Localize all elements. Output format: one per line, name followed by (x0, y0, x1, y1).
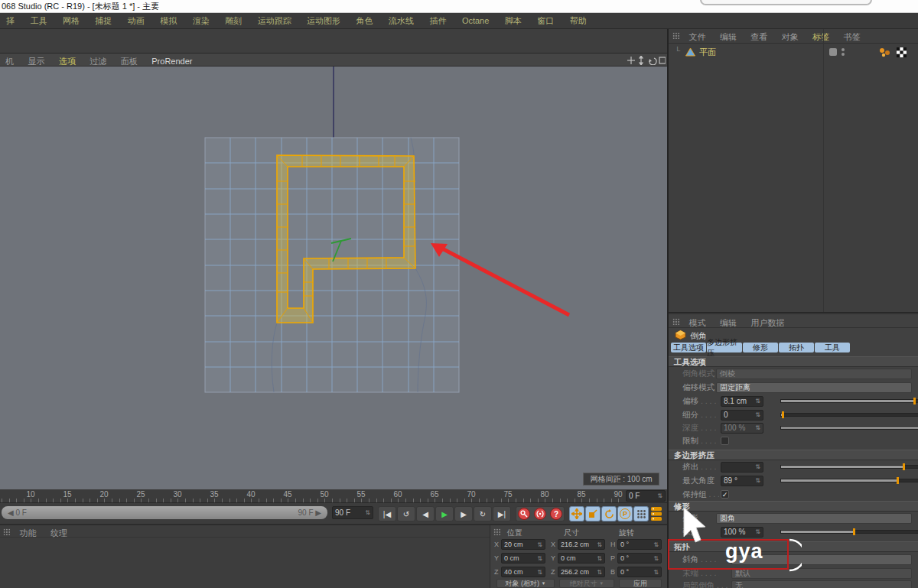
record-keyframe-button[interactable] (518, 508, 530, 520)
om-menu-file[interactable]: 文件 (683, 31, 711, 43)
vp-menu-options[interactable]: 选项 (54, 55, 81, 67)
size-z-field[interactable]: 256.2 cm⇅ (558, 567, 605, 577)
tab-tool[interactable]: 工具 (815, 343, 850, 352)
play-button[interactable]: ▶ (435, 506, 454, 521)
offset-slider[interactable] (780, 399, 918, 403)
goto-start-button[interactable]: |◀ (378, 506, 396, 521)
phong-tag-icon[interactable] (878, 47, 892, 57)
orbit-icon[interactable] (649, 58, 656, 65)
om-menu-bookmarks[interactable]: 书签 (838, 31, 866, 43)
size-mode-dropdown[interactable]: 绝对尺寸 ▼ (559, 579, 614, 588)
max-angle-field[interactable]: 89 °⇅ (721, 476, 763, 486)
om-menu-objects[interactable]: 对象 (776, 31, 804, 43)
size-y-field[interactable]: 0 cm⇅ (558, 553, 605, 564)
am-menu-edit[interactable]: 编辑 (715, 317, 742, 329)
coord-mode-dropdown[interactable]: 对象 (相对) ▼ (496, 579, 555, 588)
record-position-toggle[interactable] (569, 506, 584, 521)
position-x-field[interactable]: 20 cm⇅ (501, 539, 545, 550)
tab-shaping[interactable]: 修形 (743, 343, 778, 352)
menu-snap[interactable]: 捕捉 (89, 13, 118, 28)
menu-render[interactable]: 渲染 (187, 13, 216, 28)
om-menu-edit[interactable]: 编辑 (715, 31, 742, 43)
tab-topology[interactable]: 拓扑 (779, 343, 814, 352)
vp-menu-panel[interactable]: 面板 (116, 55, 143, 67)
record-rotation-toggle[interactable] (601, 506, 617, 521)
grip-icon[interactable] (672, 32, 680, 40)
grip-icon[interactable] (493, 528, 501, 536)
tab-poly-extrude[interactable]: 多边形挤压 (707, 343, 742, 352)
shape-dropdown[interactable]: 圆角 (716, 513, 912, 524)
zoom-icon[interactable] (640, 56, 643, 65)
menu-animate[interactable]: 动画 (122, 13, 151, 28)
object-name[interactable]: 平面 (699, 47, 716, 58)
tree-branch[interactable]: └ (675, 47, 680, 55)
record-point-level-toggle[interactable] (633, 506, 649, 521)
display-tag-icon[interactable] (897, 47, 907, 57)
position-y-field[interactable]: 0 cm⇅ (501, 553, 545, 564)
extrude-slider[interactable] (780, 465, 918, 469)
next-key-button[interactable]: ▶ (454, 506, 473, 521)
timeline-ruler[interactable]: 10 15 20 25 30 35 40 45 50 55 60 65 70 7… (0, 489, 667, 503)
am-menu-mode[interactable]: 模式 (683, 317, 711, 329)
rotation-b-field[interactable]: 0 °⇅ (617, 567, 662, 577)
grip-icon[interactable] (672, 318, 680, 326)
tab-tool-options[interactable]: 工具选项 (671, 343, 706, 352)
menu-simulate[interactable]: 模拟 (154, 13, 183, 28)
menu-script[interactable]: 脚本 (499, 13, 528, 28)
size-x-field[interactable]: 216.2 cm⇅ (558, 539, 605, 550)
record-parameter-toggle[interactable]: P (617, 506, 633, 521)
tension-slider[interactable] (780, 530, 918, 534)
extrude-field[interactable]: ⇅ (721, 462, 763, 473)
manager-divider[interactable] (669, 312, 918, 313)
menu-character[interactable]: 角色 (350, 13, 379, 28)
menu-sculpt[interactable]: 雕刻 (219, 13, 248, 28)
menu-motion-tracker[interactable]: 运动跟踪 (252, 13, 298, 28)
spinner-icon[interactable]: ⇅ (657, 492, 662, 499)
spinner-icon[interactable]: ⇅ (365, 509, 370, 516)
menu-select[interactable]: 择 (0, 13, 21, 28)
rotation-p-field[interactable]: 0 °⇅ (617, 553, 662, 564)
goto-end-button[interactable]: ▶| (493, 506, 511, 521)
menu-mesh[interactable]: 网格 (57, 13, 86, 28)
viewport-canvas[interactable] (0, 67, 667, 489)
menu-pipeline[interactable]: 流水线 (382, 13, 420, 28)
menu-window[interactable]: 窗口 (531, 13, 560, 28)
rotation-h-field[interactable]: 0 °⇅ (617, 539, 662, 550)
pan-icon[interactable] (627, 57, 635, 64)
am-menu-userdata[interactable]: 用户数据 (745, 317, 789, 329)
menu-tools[interactable]: 工具 (24, 13, 53, 28)
current-frame-field[interactable]: 0 F ⇅ (626, 490, 666, 502)
menu-octane[interactable]: Octane (456, 13, 495, 28)
record-scale-toggle[interactable] (585, 506, 601, 521)
layer-stack-button[interactable] (650, 506, 664, 525)
om-menu-tags[interactable]: 标签 (807, 31, 835, 43)
section-tool-options[interactable]: 工具选项 (669, 356, 918, 367)
menu-mograph[interactable]: 运动图形 (301, 13, 347, 28)
om-menu-view[interactable]: 查看 (745, 31, 773, 43)
viewport-nav-icons[interactable] (627, 56, 666, 65)
offset-field[interactable]: 8.1 cm⇅ (721, 396, 763, 407)
offset-mode-dropdown[interactable]: 固定距离 (716, 382, 912, 393)
vp-menu-camera[interactable]: 机 (0, 55, 19, 67)
play-backwards-button[interactable]: ↺ (397, 506, 415, 521)
limit-checkbox[interactable] (721, 437, 729, 445)
tension-field[interactable]: 100 %⇅ (721, 527, 763, 538)
menu-help[interactable]: 帮助 (564, 13, 593, 28)
subdivision-field[interactable]: 0⇅ (721, 410, 763, 421)
vp-menu-display[interactable]: 显示 (22, 55, 50, 67)
vp-menu-filter[interactable]: 过滤 (84, 55, 112, 67)
keep-group-checkbox[interactable]: ✓ (721, 490, 729, 499)
max-angle-slider[interactable] (780, 479, 918, 482)
maximize-view-icon[interactable] (659, 57, 666, 63)
vp-menu-prorender[interactable]: ProRender (146, 55, 197, 67)
menu-plugins[interactable]: 插件 (423, 13, 452, 28)
section-poly-extrude[interactable]: 多边形挤压 (669, 450, 918, 460)
apply-button[interactable]: 应用 (619, 579, 662, 588)
viewport[interactable]: 网格间距 : 100 cm (0, 67, 667, 489)
grip-icon[interactable] (3, 528, 11, 536)
object-row-plane[interactable]: └ 平面 (669, 46, 918, 58)
frame-range-slider[interactable]: ◀ 0 F 90 F ▶ (2, 506, 327, 519)
autokey-button[interactable]: ? (550, 508, 562, 520)
loop-button[interactable]: ↻ (474, 506, 492, 521)
end-frame-field[interactable]: 90 F ⇅ (332, 506, 373, 519)
